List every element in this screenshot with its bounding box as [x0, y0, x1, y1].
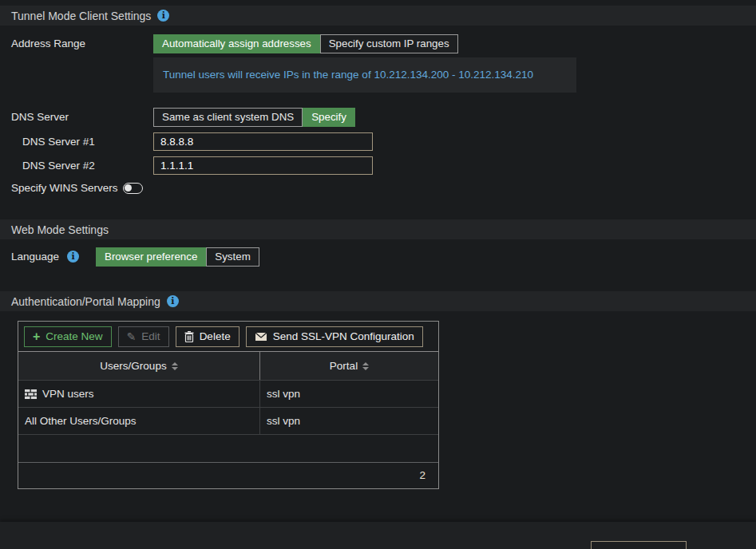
users-groups-value: VPN users	[42, 388, 94, 400]
row-count: 2	[419, 469, 425, 481]
delete-button[interactable]: Delete	[176, 326, 239, 347]
edit-button[interactable]: ✎ Edit	[118, 326, 169, 347]
wins-servers-row: Specify WINS Servers	[0, 182, 756, 194]
portal-header-label: Portal	[330, 360, 358, 372]
sort-icon[interactable]	[172, 362, 178, 370]
dns-server-label: DNS Server	[11, 108, 153, 123]
bottom-action-bar	[0, 522, 756, 549]
language-label: Language	[11, 251, 59, 263]
info-icon[interactable]: i	[157, 10, 169, 22]
wins-servers-toggle[interactable]	[123, 183, 143, 194]
users-groups-cell: All Other Users/Groups	[18, 408, 260, 434]
portal-mapping-toolbar: + Create New ✎ Edit Delete	[18, 322, 438, 351]
address-range-info-text: Tunnel users will receive IPs in the ran…	[163, 69, 533, 81]
trash-icon	[184, 331, 194, 342]
specify-custom-ip-ranges-button[interactable]: Specify custom IP ranges	[320, 34, 458, 53]
address-range-row: Address Range Automatically assign addre…	[0, 34, 756, 93]
column-header-users-groups[interactable]: Users/Groups	[18, 352, 260, 380]
address-range-segmented: Automatically assign addresses Specify c…	[153, 34, 458, 53]
plus-icon: +	[33, 332, 40, 342]
table-row-vpn-users[interactable]: VPN users ssl vpn	[18, 380, 438, 407]
dns-server-1-row: DNS Server #1	[0, 132, 756, 151]
dns-server-1-label: DNS Server #1	[11, 132, 153, 148]
edit-label: Edit	[141, 330, 160, 342]
users-groups-header-label: Users/Groups	[100, 360, 166, 372]
send-sslvpn-config-button[interactable]: Send SSL-VPN Configuration	[246, 326, 423, 347]
web-mode-section-header: Web Mode Settings	[0, 219, 756, 239]
apply-button[interactable]	[591, 541, 687, 549]
auth-portal-section-title: Authentication/Portal Mapping	[11, 295, 160, 308]
dns-server-2-row: DNS Server #2	[0, 156, 756, 175]
pencil-icon: ✎	[127, 330, 137, 343]
address-range-control: Automatically assign addresses Specify c…	[153, 34, 576, 93]
user-group-icon	[25, 389, 37, 399]
same-as-client-dns-button[interactable]: Same as client system DNS	[153, 108, 303, 127]
info-icon[interactable]: i	[67, 251, 79, 263]
wins-servers-label: Specify WINS Servers	[11, 182, 118, 194]
language-label-group: Language i	[11, 247, 96, 263]
info-icon[interactable]: i	[167, 295, 179, 307]
toggle-knob	[125, 184, 132, 192]
create-new-button[interactable]: + Create New	[24, 326, 112, 347]
language-row: Language i Browser preference System	[0, 247, 756, 267]
portal-cell: ssl vpn	[260, 408, 438, 434]
sort-icon[interactable]	[362, 362, 369, 370]
portal-mapping-table-block: + Create New ✎ Edit Delete	[18, 321, 439, 489]
specify-dns-button[interactable]: Specify	[303, 108, 355, 127]
auth-portal-section-header: Authentication/Portal Mapping i	[0, 291, 756, 311]
table-footer: 2	[18, 462, 438, 488]
system-language-button[interactable]: System	[206, 247, 259, 267]
portal-value: ssl vpn	[267, 388, 300, 400]
tunnel-mode-section-header: Tunnel Mode Client Settings i	[0, 6, 756, 26]
portal-mapping-table-header: Users/Groups Portal	[18, 351, 438, 380]
dns-server-1-input[interactable]	[153, 132, 373, 151]
address-range-info-box: Tunnel users will receive IPs in the ran…	[153, 57, 576, 93]
browser-preference-button[interactable]: Browser preference	[96, 247, 206, 267]
dns-server-2-input[interactable]	[153, 156, 373, 175]
envelope-icon	[255, 332, 267, 342]
table-empty-area	[18, 434, 438, 462]
portal-value: ssl vpn	[267, 415, 300, 427]
table-row-all-other-users[interactable]: All Other Users/Groups ssl vpn	[18, 407, 438, 434]
delete-label: Delete	[200, 330, 231, 342]
dns-server-2-label: DNS Server #2	[11, 156, 153, 172]
users-groups-cell: VPN users	[18, 381, 260, 407]
send-sslvpn-config-label: Send SSL-VPN Configuration	[273, 330, 414, 342]
dns-server-row: DNS Server Same as client system DNS Spe…	[0, 108, 756, 127]
address-range-label: Address Range	[11, 34, 153, 49]
create-new-label: Create New	[46, 330, 102, 342]
auto-assign-addresses-button[interactable]: Automatically assign addresses	[153, 34, 320, 53]
portal-cell: ssl vpn	[260, 381, 438, 407]
column-header-portal[interactable]: Portal	[260, 352, 438, 380]
users-groups-value: All Other Users/Groups	[25, 415, 137, 427]
web-mode-section-title: Web Mode Settings	[11, 223, 109, 236]
dns-server-segmented: Same as client system DNS Specify	[153, 108, 355, 127]
language-segmented: Browser preference System	[96, 247, 259, 267]
tunnel-mode-section-title: Tunnel Mode Client Settings	[11, 10, 151, 22]
